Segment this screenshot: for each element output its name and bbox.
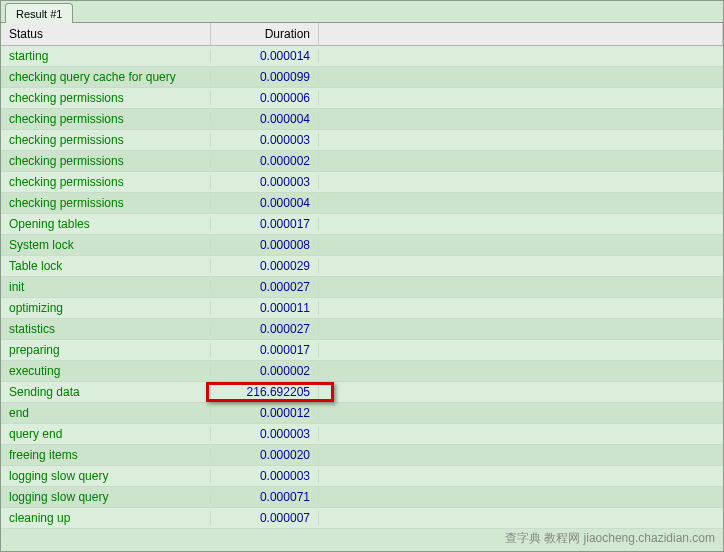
cell-duration: 0.000029 [211,259,319,273]
cell-status: query end [1,427,211,441]
table-row[interactable]: starting0.000014 [1,46,723,67]
table-row[interactable]: end0.000012 [1,403,723,424]
table-row[interactable]: preparing0.000017 [1,340,723,361]
table-row[interactable]: checking permissions0.000004 [1,109,723,130]
table-row[interactable]: System lock0.000008 [1,235,723,256]
cell-status: Table lock [1,259,211,273]
cell-duration: 216.692205 [211,385,319,399]
cell-duration: 0.000012 [211,406,319,420]
table-row[interactable]: freeing items0.000020 [1,445,723,466]
cell-status: logging slow query [1,469,211,483]
cell-status: starting [1,49,211,63]
cell-status: System lock [1,238,211,252]
table-row[interactable]: checking permissions0.000004 [1,193,723,214]
table-row[interactable]: logging slow query0.000071 [1,487,723,508]
cell-duration: 0.000004 [211,196,319,210]
cell-duration: 0.000008 [211,238,319,252]
cell-duration: 0.000017 [211,217,319,231]
table-row[interactable]: checking permissions0.000002 [1,151,723,172]
cell-duration: 0.000002 [211,154,319,168]
cell-duration: 0.000014 [211,49,319,63]
table-row[interactable]: statistics0.000027 [1,319,723,340]
table-row[interactable]: checking permissions0.000003 [1,172,723,193]
cell-status: checking permissions [1,175,211,189]
cell-duration: 0.000020 [211,448,319,462]
table-row[interactable]: checking query cache for query0.000099 [1,67,723,88]
cell-status: freeing items [1,448,211,462]
cell-duration: 0.000027 [211,322,319,336]
cell-duration: 0.000003 [211,133,319,147]
table-row[interactable]: init0.000027 [1,277,723,298]
table-row[interactable]: query end0.000003 [1,424,723,445]
cell-status: statistics [1,322,211,336]
cell-duration: 0.000006 [211,91,319,105]
cell-status: preparing [1,343,211,357]
cell-status: checking permissions [1,112,211,126]
cell-duration: 0.000003 [211,469,319,483]
result-grid: Status Duration starting0.000014checking… [1,23,723,529]
table-row[interactable]: Opening tables0.000017 [1,214,723,235]
column-header-status[interactable]: Status [1,23,211,45]
watermark: 查字典 教程网 jiaocheng.chazidian.com [505,530,715,547]
cell-status: logging slow query [1,490,211,504]
cell-status: cleaning up [1,511,211,525]
column-header-empty [319,23,723,45]
cell-duration: 0.000003 [211,175,319,189]
cell-duration: 0.000011 [211,301,319,315]
cell-status: checking permissions [1,91,211,105]
tab-bar: Result #1 [1,1,723,23]
grid-rows: starting0.000014checking query cache for… [1,46,723,529]
cell-status: checking permissions [1,154,211,168]
table-row[interactable]: Sending data216.692205 [1,382,723,403]
cell-status: end [1,406,211,420]
table-row[interactable]: Table lock0.000029 [1,256,723,277]
cell-status: checking query cache for query [1,70,211,84]
table-row[interactable]: executing0.000002 [1,361,723,382]
cell-duration: 0.000002 [211,364,319,378]
cell-duration: 0.000007 [211,511,319,525]
tab-result-1[interactable]: Result #1 [5,3,73,23]
cell-status: init [1,280,211,294]
result-panel: Result #1 Status Duration starting0.0000… [0,0,724,552]
table-row[interactable]: checking permissions0.000003 [1,130,723,151]
table-row[interactable]: checking permissions0.000006 [1,88,723,109]
cell-duration: 0.000071 [211,490,319,504]
table-row[interactable]: cleaning up0.000007 [1,508,723,529]
cell-status: optimizing [1,301,211,315]
cell-status: Opening tables [1,217,211,231]
cell-duration: 0.000017 [211,343,319,357]
table-row[interactable]: logging slow query0.000003 [1,466,723,487]
cell-duration: 0.000027 [211,280,319,294]
grid-header: Status Duration [1,23,723,46]
cell-status: checking permissions [1,133,211,147]
cell-status: executing [1,364,211,378]
table-row[interactable]: optimizing0.000011 [1,298,723,319]
cell-status: checking permissions [1,196,211,210]
cell-duration: 0.000004 [211,112,319,126]
cell-duration: 0.000003 [211,427,319,441]
cell-status: Sending data [1,385,211,399]
cell-duration: 0.000099 [211,70,319,84]
column-header-duration[interactable]: Duration [211,23,319,45]
